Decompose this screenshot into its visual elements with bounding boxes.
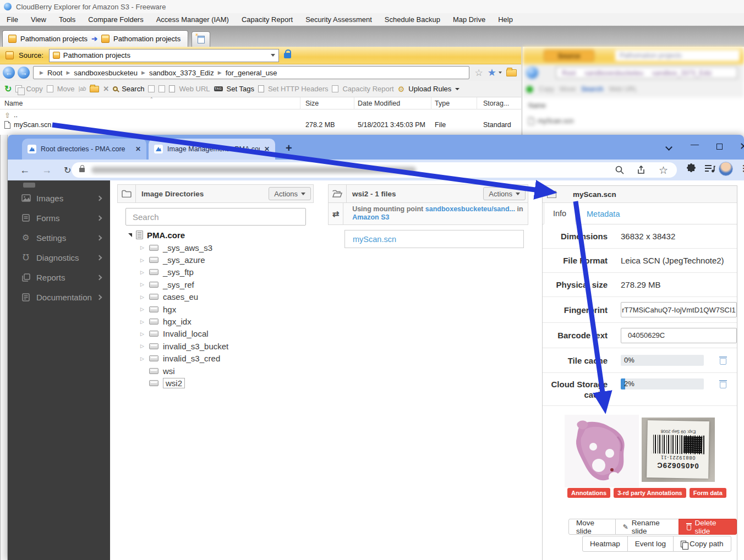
- move-slide-button[interactable]: Move slide: [568, 519, 616, 535]
- breadcrumb-bucket[interactable]: sandboxesbucketeu: [74, 69, 138, 77]
- breadcrumb-folder[interactable]: for_general_use: [226, 69, 277, 77]
- menu-access-manager[interactable]: Access Manager (IAM): [156, 15, 229, 24]
- tree-collapsed-icon[interactable]: ▷: [140, 319, 145, 325]
- menu-tools[interactable]: Tools: [59, 15, 75, 24]
- browser-tab-root-directories[interactable]: Root directories - PMA.core ✕: [22, 139, 146, 160]
- tree-collapsed-icon[interactable]: ▷: [140, 282, 145, 287]
- tissue-thumbnail[interactable]: [565, 415, 639, 487]
- directories-actions-button[interactable]: Actions: [269, 187, 311, 200]
- maximize-icon[interactable]: [716, 144, 723, 150]
- breadcrumb[interactable]: ▶ Root ▶ sandboxesbucketeu ▶ sandbox_337…: [33, 66, 469, 79]
- set-tags-button[interactable]: Set Tags: [227, 85, 254, 93]
- tree-collapsed-icon[interactable]: ▷: [140, 245, 145, 250]
- tree-collapsed-icon[interactable]: ▷: [140, 343, 145, 349]
- copy-path-button[interactable]: Copy path: [673, 536, 731, 552]
- close-icon[interactable]: ✕: [740, 140, 744, 152]
- breadcrumb-sandbox[interactable]: sandbox_3373_Ediz: [149, 69, 214, 77]
- reading-list-icon[interactable]: [704, 164, 715, 175]
- new-session-tab-button[interactable]: [192, 31, 210, 47]
- source-select[interactable]: Pathomation projects: [49, 49, 279, 62]
- file-row-myscan[interactable]: myScan.scn 278.2 MB 5/18/2021 3:45:03 PM…: [0, 119, 521, 130]
- menu-map-drive[interactable]: Map Drive: [453, 15, 485, 24]
- tree-node[interactable]: ▷_sys_azure: [122, 254, 309, 266]
- web-url-button[interactable]: Web URL: [179, 85, 210, 93]
- menu-compare-folders[interactable]: Compare Folders: [88, 15, 143, 24]
- tree-collapsed-icon[interactable]: ▷: [140, 331, 145, 337]
- column-size[interactable]: Size: [305, 97, 319, 109]
- browser-back-icon[interactable]: ←: [20, 164, 30, 176]
- favorite-outline-icon[interactable]: ☆: [475, 67, 483, 79]
- new-folder-icon[interactable]: [90, 86, 99, 92]
- sidebar-item-diagnostics[interactable]: ℧ Diagnostics: [8, 248, 110, 267]
- tree-node-selected[interactable]: wsi2: [122, 377, 309, 389]
- menu-capacity-report[interactable]: Capacity Report: [242, 15, 293, 24]
- sidebar-item-images[interactable]: Images: [8, 188, 110, 208]
- directory-search-input[interactable]: Search: [125, 208, 306, 226]
- tree-node[interactable]: ▷_sys_aws_s3: [122, 241, 309, 254]
- set-http-headers-button[interactable]: Set HTTP Headers: [268, 85, 329, 93]
- badge-annotations[interactable]: Annotations: [567, 488, 610, 498]
- clear-tile-cache-trash-icon[interactable]: [719, 356, 727, 365]
- files-actions-button[interactable]: Actions: [483, 187, 526, 200]
- tree-expanded-icon[interactable]: [128, 233, 132, 237]
- tab-metadata[interactable]: Metadata: [581, 203, 625, 224]
- badge-3rd-party-annotations[interactable]: 3-rd party Annotations: [614, 488, 686, 498]
- upload-rules-button[interactable]: Upload Rules: [408, 85, 451, 93]
- share-icon[interactable]: [637, 165, 647, 175]
- refresh-icon[interactable]: ↻: [4, 84, 12, 94]
- sidebar-item-reports[interactable]: Reports: [8, 267, 110, 287]
- browser-menu-kebab-icon[interactable]: ⋮: [740, 163, 744, 173]
- badge-form-data[interactable]: Form data: [690, 488, 726, 498]
- tree-node[interactable]: wsi: [122, 365, 309, 377]
- favorites-star-icon[interactable]: ★: [488, 67, 496, 79]
- column-date-modified[interactable]: Date Modified: [358, 97, 400, 109]
- new-tab-icon[interactable]: +: [286, 142, 292, 153]
- back-button[interactable]: ←: [3, 67, 15, 79]
- sidebar-item-settings[interactable]: ⚙ Settings: [8, 228, 110, 248]
- browser-tab-image-management[interactable]: Image Management - PMA.core ✕: [149, 139, 275, 160]
- tree-node[interactable]: ▷invalid_s3_cred: [122, 353, 309, 365]
- cloudberry-session-tab[interactable]: Pathomation projects ➔ Pathomation proje…: [2, 30, 188, 47]
- minimize-icon[interactable]: —: [691, 139, 699, 149]
- capacity-report-button[interactable]: Capacity Report: [342, 85, 393, 93]
- event-log-button[interactable]: Event log: [627, 536, 674, 552]
- heatmap-button[interactable]: Heatmap: [582, 536, 628, 552]
- fingerprint-input[interactable]: rT7MSiCahuQ7-IojVmtD1QW7SCI1: [621, 302, 737, 317]
- zoom-icon[interactable]: [615, 165, 625, 175]
- browser-forward-icon[interactable]: →: [42, 164, 52, 176]
- column-type[interactable]: Type: [435, 97, 450, 109]
- sidebar-item-forms[interactable]: Forms: [8, 208, 110, 228]
- lock-icon[interactable]: [284, 53, 291, 58]
- profile-avatar[interactable]: [719, 162, 733, 176]
- tree-collapsed-icon[interactable]: ▷: [140, 356, 145, 361]
- tree-collapsed-icon[interactable]: ▷: [140, 306, 145, 312]
- tab-info[interactable]: Info: [544, 203, 576, 224]
- barcode-label-thumbnail[interactable]: 04050629C 08819221-11 Exp: 09 Sep 2008: [642, 418, 715, 482]
- move-button[interactable]: Move: [57, 85, 75, 93]
- tree-node[interactable]: ▷Invalid_local: [122, 328, 309, 340]
- menu-schedule-backup[interactable]: Schedule Backup: [385, 15, 440, 24]
- menu-security-assessment[interactable]: Security Assessment: [305, 15, 372, 24]
- amazon-s3-link[interactable]: Amazon S3: [352, 213, 389, 221]
- copy-button[interactable]: Copy: [26, 85, 42, 93]
- tree-node[interactable]: ▷hgx: [122, 303, 309, 315]
- tree-node[interactable]: ▷invalid_s3_bucket: [122, 340, 309, 352]
- browser-reload-icon[interactable]: ↻: [64, 165, 71, 175]
- tab-search-chevron-icon[interactable]: [665, 144, 672, 151]
- sidebar-item-documentation[interactable]: Documentation: [8, 287, 110, 307]
- tree-collapsed-icon[interactable]: ▷: [140, 257, 145, 263]
- rename-slide-button[interactable]: ✎Rename slide: [615, 519, 679, 535]
- search-button[interactable]: Search: [122, 85, 144, 93]
- menu-help[interactable]: Help: [498, 15, 513, 24]
- mount-point-link[interactable]: sandboxesbucketeu/sand...: [425, 205, 515, 213]
- forward-button[interactable]: →: [18, 67, 30, 79]
- tree-node-pma-core[interactable]: PMA.core: [122, 228, 309, 241]
- clear-cloud-cache-trash-icon[interactable]: [719, 380, 727, 388]
- tree-node[interactable]: ▷hgx_idx: [122, 315, 309, 327]
- tree-node[interactable]: ▷_sys_ftp: [122, 266, 309, 278]
- chevron-down-icon[interactable]: [499, 72, 502, 74]
- tree-collapsed-icon[interactable]: ▷: [140, 270, 145, 275]
- tree-node[interactable]: ▷cases_eu: [122, 291, 309, 303]
- menu-file[interactable]: File: [7, 15, 18, 24]
- folder-icon[interactable]: [506, 69, 517, 76]
